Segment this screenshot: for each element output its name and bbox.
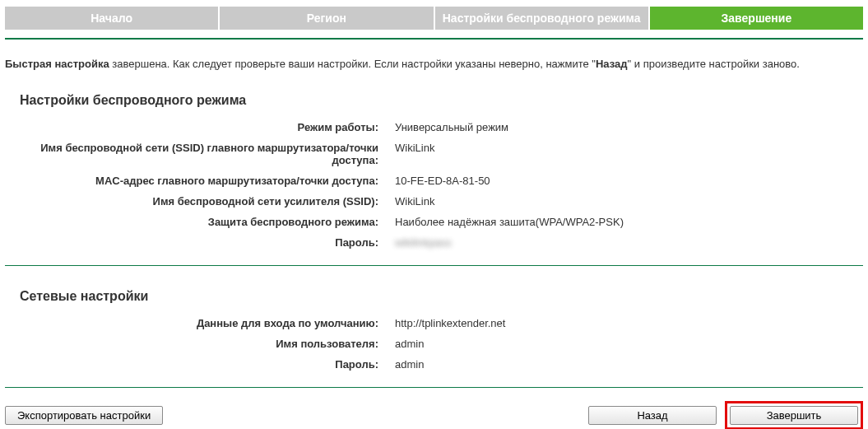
security-label: Защита беспроводного режима: xyxy=(0,216,395,228)
footer-bar: Экспортировать настройки Назад Завершить xyxy=(5,401,863,429)
row-root-mac: MAC-адрес главного маршрутизатора/точки … xyxy=(0,175,868,187)
mode-label: Режим работы: xyxy=(0,121,395,133)
wireless-section-title: Настройки беспроводного режима xyxy=(20,93,868,108)
root-mac-label: MAC-адрес главного маршрутизатора/точки … xyxy=(0,175,395,187)
row-mode: Режим работы: Универсальный режим xyxy=(0,121,868,133)
username-label: Имя пользователя: xyxy=(0,338,395,350)
username-value: admin xyxy=(395,338,424,350)
divider xyxy=(5,387,863,388)
finish-button[interactable]: Завершить xyxy=(730,406,858,425)
ext-ssid-label: Имя беспроводной сети усилителя (SSID): xyxy=(0,195,395,208)
summary-text: Быстрая настройка завершена. Как следует… xyxy=(5,58,863,70)
row-root-ssid: Имя беспроводной сети (SSID) главного ма… xyxy=(0,142,868,166)
network-section-title: Сетевые настройки xyxy=(20,289,868,304)
row-net-password: Пароль: admin xyxy=(0,358,868,371)
row-ext-ssid: Имя беспроводной сети усилителя (SSID): … xyxy=(0,195,868,208)
summary-mid1: завершена. Как следует проверьте ваши на… xyxy=(109,58,596,70)
wifi-password-value: wikilinkpass xyxy=(395,236,452,249)
row-login-url: Данные для входа по умолчанию: http://tp… xyxy=(0,317,868,329)
back-button[interactable]: Назад xyxy=(588,406,717,425)
divider xyxy=(5,265,863,266)
tab-wireless[interactable]: Настройки беспроводного режима xyxy=(435,7,650,30)
security-value: Наиболее надёжная зашита(WPA/WPA2-PSK) xyxy=(395,216,624,228)
tab-finish[interactable]: Завершение xyxy=(650,7,863,30)
root-mac-value: 10-FE-ED-8A-81-50 xyxy=(395,175,490,187)
login-url-value: http://tplinkextender.net xyxy=(395,317,505,329)
wizard-tabs: Начало Регион Настройки беспроводного ре… xyxy=(5,7,863,30)
export-settings-button[interactable]: Экспортировать настройки xyxy=(5,406,163,425)
right-buttons: Назад Завершить xyxy=(588,401,863,429)
wifi-password-label: Пароль: xyxy=(0,236,395,249)
tab-region[interactable]: Регион xyxy=(220,7,434,30)
summary-back-word: Назад xyxy=(596,58,628,70)
summary-mid2: " и произведите настройки заново. xyxy=(628,58,800,70)
summary-prefix: Быстрая настройка xyxy=(5,58,109,70)
net-password-label: Пароль: xyxy=(0,358,395,371)
root-ssid-value: WikiLink xyxy=(395,142,434,166)
finish-button-highlight: Завершить xyxy=(725,401,863,429)
mode-value: Универсальный режим xyxy=(395,121,508,133)
divider xyxy=(5,38,863,40)
net-password-value: admin xyxy=(395,358,424,371)
row-wifi-password: Пароль: wikilinkpass xyxy=(0,236,868,249)
row-security: Защита беспроводного режима: Наиболее на… xyxy=(0,216,868,228)
ext-ssid-value: WikiLink xyxy=(395,195,434,208)
root-ssid-label: Имя беспроводной сети (SSID) главного ма… xyxy=(0,142,395,166)
tab-start[interactable]: Начало xyxy=(5,7,220,30)
row-username: Имя пользователя: admin xyxy=(0,338,868,350)
login-url-label: Данные для входа по умолчанию: xyxy=(0,317,395,329)
